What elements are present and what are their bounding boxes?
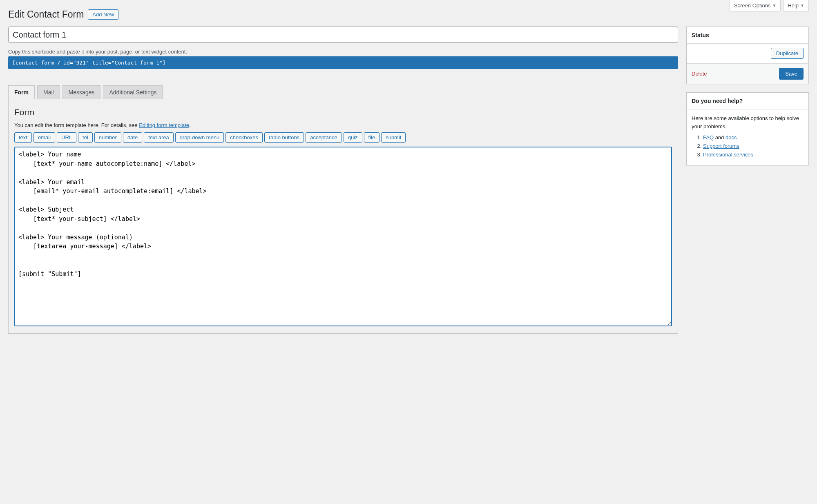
shortcode-hint: Copy this shortcode and paste it into yo… [8,49,678,55]
professional-services-link[interactable]: Professional services [703,152,753,158]
form-template-textarea[interactable] [14,147,672,326]
delete-link[interactable]: Delete [692,71,707,77]
help-item-professional: Professional services [703,152,804,158]
docs-link[interactable]: docs [725,134,737,140]
tag-email-button[interactable]: email [33,132,55,143]
tab-nav: Form Mail Messages Additional Settings [8,85,678,99]
form-title-input[interactable] [8,27,678,43]
tag-acceptance-button[interactable]: acceptance [306,132,342,143]
tag-buttons: text email URL tel number date text area… [14,132,672,143]
tab-additional-settings[interactable]: Additional Settings [103,85,163,99]
tag-file-button[interactable]: file [364,132,380,143]
support-forums-link[interactable]: Support forums [703,143,739,149]
tab-mail[interactable]: Mail [37,85,60,99]
tag-submit-button[interactable]: submit [381,132,406,143]
add-new-button[interactable]: Add New [88,9,118,20]
form-panel-description: You can edit the form template here. For… [14,122,672,128]
status-box: Status Duplicate Delete Save [686,27,809,84]
screen-options-label: Screen Options [734,2,771,9]
tab-panel-form: Form You can edit the form template here… [8,99,678,334]
tag-url-button[interactable]: URL [57,132,76,143]
help-intro: Here are some available options to help … [692,114,804,130]
tag-text-button[interactable]: text [14,132,32,143]
tag-radio-button[interactable]: radio buttons [264,132,304,143]
chevron-down-icon: ▼ [800,3,804,8]
status-box-title: Status [687,27,808,44]
help-item-support: Support forums [703,143,804,149]
form-panel-heading: Form [14,107,672,117]
tag-dropdown-button[interactable]: drop-down menu [175,132,224,143]
shortcode-code[interactable]: [contact-form-7 id="321" title="Contact … [8,56,678,69]
editing-form-template-link[interactable]: Editing form template [139,122,189,128]
help-box: Do you need help? Here are some availabl… [686,92,809,165]
tab-form[interactable]: Form [8,85,35,99]
save-button[interactable]: Save [779,68,804,80]
duplicate-button[interactable]: Duplicate [771,48,804,59]
screen-options-button[interactable]: Screen Options ▼ [730,0,781,11]
tag-date-button[interactable]: date [123,132,142,143]
chevron-down-icon: ▼ [772,3,776,8]
help-button[interactable]: Help ▼ [783,0,809,11]
help-label: Help [788,2,799,9]
tag-tel-button[interactable]: tel [78,132,93,143]
tag-quiz-button[interactable]: quiz [344,132,362,143]
tag-checkboxes-button[interactable]: checkboxes [225,132,263,143]
faq-link[interactable]: FAQ [703,134,714,140]
tab-messages[interactable]: Messages [63,85,101,99]
help-item-faq-docs: FAQ and docs [703,134,804,140]
help-box-title: Do you need help? [687,93,808,109]
tag-number-button[interactable]: number [94,132,121,143]
tag-textarea-button[interactable]: text area [144,132,174,143]
page-title: Edit Contact Form [8,9,84,20]
